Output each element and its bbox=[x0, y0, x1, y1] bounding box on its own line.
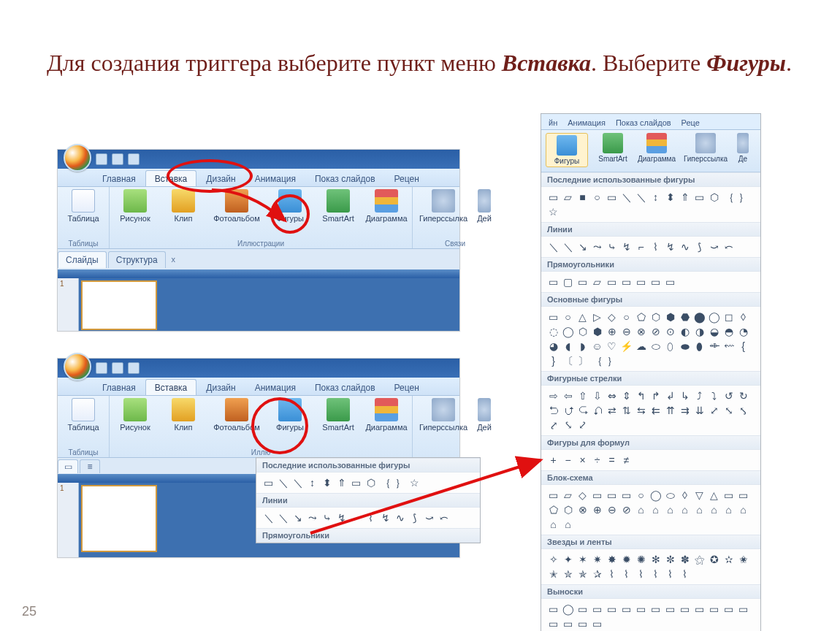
shape-option[interactable]: ⬭ bbox=[649, 340, 662, 352]
shape-option[interactable]: ▭ bbox=[547, 489, 560, 501]
shape-option[interactable]: ⊗ bbox=[576, 503, 589, 516]
shape-option[interactable]: ○ bbox=[635, 489, 647, 501]
shape-option[interactable]: ▭ bbox=[262, 476, 275, 489]
shape-option[interactable]: ⇨ bbox=[547, 389, 560, 402]
shape-option[interactable]: ▭ bbox=[620, 275, 633, 288]
shape-option[interactable]: ⬮ bbox=[693, 340, 706, 352]
shape-option[interactable]: ▭ bbox=[547, 617, 560, 630]
shape-option[interactable]: ⤥ bbox=[562, 418, 574, 431]
shape-option[interactable]: ⬡ bbox=[576, 325, 589, 337]
shape-option[interactable]: ⮍ bbox=[562, 404, 574, 416]
chart-button[interactable]: Диаграмма bbox=[365, 189, 408, 223]
shape-option[interactable]: ○ bbox=[591, 191, 603, 203]
shape-option[interactable]: ↘ bbox=[291, 511, 304, 524]
shape-option[interactable]: ∿ bbox=[394, 511, 406, 524]
shape-option[interactable]: ⌇ bbox=[635, 567, 647, 580]
shape-option[interactable]: ☁ bbox=[635, 340, 647, 352]
shape-option[interactable]: ⚡ bbox=[620, 340, 633, 352]
shape-option[interactable]: ↯ bbox=[335, 511, 348, 524]
shape-option[interactable]: ⬤ bbox=[693, 310, 706, 323]
shape-option[interactable]: ▭ bbox=[664, 603, 676, 615]
shape-option[interactable]: ⤳ bbox=[306, 511, 318, 524]
shape-option[interactable]: ⤡ bbox=[722, 404, 735, 416]
shape-option[interactable]: ▽ bbox=[693, 489, 706, 501]
gtab-anim[interactable]: Анимация bbox=[563, 116, 610, 129]
tab-animation-2[interactable]: Анимация bbox=[245, 379, 305, 395]
shape-option[interactable]: ↲ bbox=[664, 389, 676, 402]
picture-button-2[interactable]: Рисунок bbox=[114, 398, 156, 432]
shape-option[interactable]: ▭ bbox=[722, 489, 735, 501]
shape-option[interactable]: ◯ bbox=[708, 310, 720, 323]
shape-option[interactable]: ▭ bbox=[649, 275, 662, 288]
shape-option[interactable]: ⤣ bbox=[737, 404, 749, 416]
shape-option[interactable]: ◻ bbox=[722, 310, 735, 323]
slides-pane-tab[interactable]: Слайды bbox=[58, 251, 107, 268]
shape-option[interactable]: ＼ bbox=[291, 476, 304, 489]
table-button[interactable]: Таблица bbox=[62, 189, 104, 223]
shape-option[interactable]: ▷ bbox=[591, 310, 603, 323]
shape-option[interactable]: × bbox=[576, 454, 589, 466]
shape-option[interactable]: ✪ bbox=[708, 553, 720, 565]
shape-option[interactable]: = bbox=[606, 454, 618, 466]
shape-option[interactable]: ⌂ bbox=[547, 518, 560, 530]
tab-review[interactable]: Рецен bbox=[385, 170, 429, 186]
shape-option[interactable]: + bbox=[547, 454, 560, 466]
gtab-slideshow[interactable]: Показ слайдов bbox=[611, 116, 676, 129]
shape-option[interactable]: ⊘ bbox=[649, 325, 662, 337]
shape-option[interactable]: ◊ bbox=[679, 489, 691, 501]
shape-option[interactable]: } bbox=[547, 354, 560, 367]
shape-option[interactable]: ｛ bbox=[591, 354, 603, 367]
chart-button-2[interactable]: Диаграмма bbox=[365, 398, 408, 432]
shape-option[interactable]: ⬭ bbox=[664, 489, 676, 501]
shape-option[interactable]: ⇦ bbox=[562, 389, 574, 402]
shape-option[interactable]: ▭ bbox=[679, 603, 691, 615]
shape-option[interactable]: ｝ bbox=[606, 354, 618, 367]
table-button-2[interactable]: Таблица bbox=[62, 398, 104, 432]
shape-option[interactable]: ⬢ bbox=[591, 325, 603, 337]
shape-option[interactable]: ▭ bbox=[693, 191, 706, 203]
shape-option[interactable]: ▭ bbox=[606, 603, 618, 615]
gtab-jn[interactable]: йн bbox=[544, 116, 562, 129]
gtab-review[interactable]: Реце bbox=[677, 116, 704, 129]
shape-option[interactable]: ⇉ bbox=[679, 404, 691, 416]
shape-option[interactable]: ⬬ bbox=[679, 340, 691, 352]
shape-option[interactable]: ↘ bbox=[576, 240, 589, 253]
shape-option[interactable]: ⊖ bbox=[620, 325, 633, 337]
shape-option[interactable]: ⊕ bbox=[606, 325, 618, 337]
shape-option[interactable]: ＼ bbox=[562, 240, 574, 253]
gallery-shapes-button[interactable]: Фигуры bbox=[546, 133, 588, 167]
outline-pane-tab-compact[interactable]: ≡ bbox=[80, 459, 100, 473]
photo-album-button[interactable]: Фотоальбом bbox=[210, 189, 263, 223]
shape-option[interactable]: ◒ bbox=[708, 325, 720, 337]
tab-insert-2[interactable]: Вставка bbox=[145, 379, 197, 395]
redo-icon[interactable] bbox=[128, 153, 140, 165]
shape-option[interactable]: ✦ bbox=[562, 553, 574, 565]
shape-option[interactable]: ⇅ bbox=[620, 404, 633, 416]
shape-option[interactable]: ⇩ bbox=[591, 389, 603, 402]
shape-option[interactable]: ✫ bbox=[722, 553, 735, 565]
shape-option[interactable]: ⌂ bbox=[635, 503, 647, 516]
shape-option[interactable]: ＼ bbox=[635, 191, 647, 203]
shape-option[interactable]: ▭ bbox=[649, 603, 662, 615]
undo-icon-2[interactable] bbox=[112, 362, 123, 374]
shape-option[interactable]: ▭ bbox=[606, 489, 618, 501]
shape-option[interactable]: ⤷ bbox=[606, 240, 618, 253]
tab-slideshow-2[interactable]: Показ слайдов bbox=[305, 379, 385, 395]
shape-option[interactable]: ◗ bbox=[576, 340, 589, 352]
shape-option[interactable]: ⌇ bbox=[649, 240, 662, 253]
shape-option[interactable]: ⮌ bbox=[547, 404, 560, 416]
tab-home[interactable]: Главная bbox=[93, 170, 145, 186]
shape-option[interactable]: ＼ bbox=[277, 476, 289, 489]
shape-option[interactable]: ⇄ bbox=[606, 404, 618, 416]
shape-option[interactable]: ⌂ bbox=[562, 518, 574, 530]
shape-option[interactable]: ⌂ bbox=[649, 503, 662, 516]
shape-option[interactable]: ○ bbox=[620, 310, 633, 323]
shape-option[interactable]: ⇇ bbox=[649, 404, 662, 416]
shape-option[interactable]: ◕ bbox=[547, 340, 560, 352]
shape-option[interactable]: ⌂ bbox=[722, 503, 735, 516]
shape-option[interactable]: ⬲ bbox=[708, 340, 720, 352]
shape-option[interactable]: ⤻ bbox=[708, 240, 720, 253]
shape-option[interactable]: ⊙ bbox=[664, 325, 676, 337]
shape-option[interactable]: ✮ bbox=[562, 567, 574, 580]
shape-option[interactable]: ▭ bbox=[664, 275, 676, 288]
